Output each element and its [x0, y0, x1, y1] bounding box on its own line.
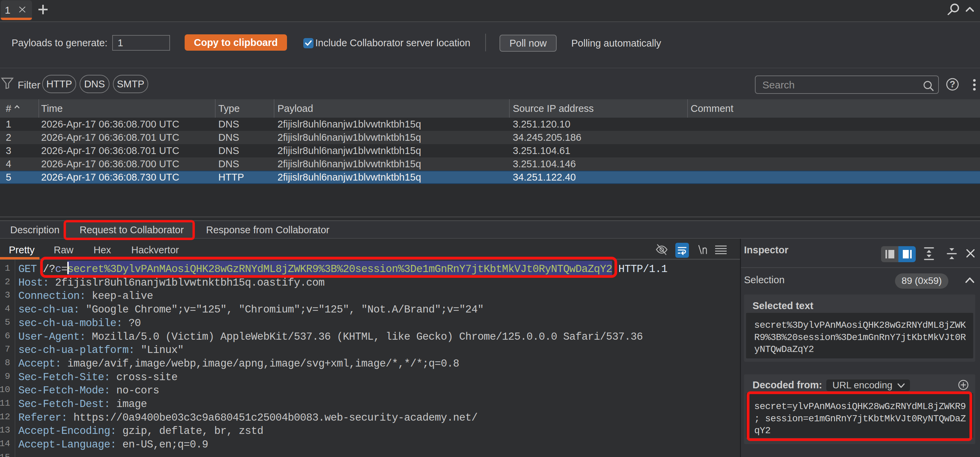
svg-text:?: ?	[950, 79, 956, 89]
